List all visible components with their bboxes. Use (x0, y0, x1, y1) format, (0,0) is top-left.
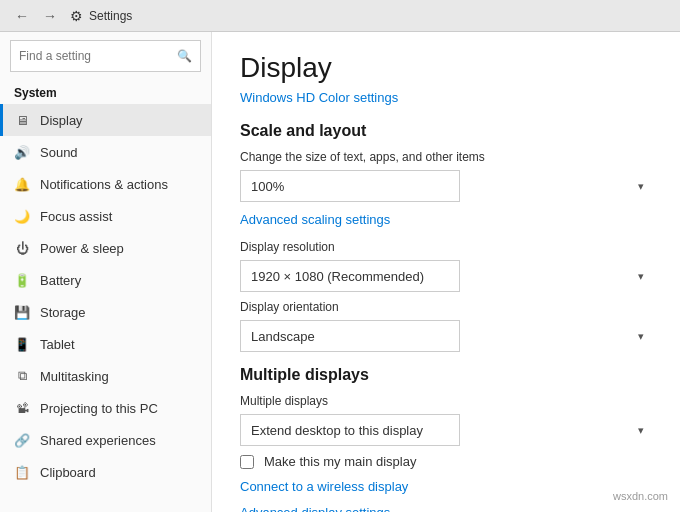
content-area: Display Windows HD Color settings Scale … (212, 32, 680, 512)
sidebar-item-sound[interactable]: 🔊 Sound (0, 136, 211, 168)
sidebar-item-storage[interactable]: 💾 Storage (0, 296, 211, 328)
resolution-dropdown-arrow-icon: ▾ (638, 270, 644, 283)
resolution-label: Display resolution (240, 240, 652, 254)
watermark: wsxdn.com (609, 488, 672, 504)
battery-icon: 🔋 (14, 272, 30, 288)
sidebar-item-display[interactable]: 🖥 Display (0, 104, 211, 136)
storage-icon: 💾 (14, 304, 30, 320)
sidebar-item-focus[interactable]: 🌙 Focus assist (0, 200, 211, 232)
scale-dropdown[interactable]: 100% 125% 150% 175% (240, 170, 460, 202)
sidebar-item-label: Notifications & actions (40, 177, 168, 192)
orientation-dropdown[interactable]: Landscape Portrait Landscape (flipped) P… (240, 320, 460, 352)
sidebar-item-projecting[interactable]: 📽 Projecting to this PC (0, 392, 211, 424)
sidebar-item-clipboard[interactable]: 📋 Clipboard (0, 456, 211, 488)
sidebar: 🔍 System 🖥 Display 🔊 Sound 🔔 Notificatio… (0, 32, 212, 512)
multiple-displays-dropdown-wrapper: Extend desktop to this display Duplicate… (240, 414, 652, 446)
make-main-display-checkbox[interactable] (240, 455, 254, 469)
shared-icon: 🔗 (14, 432, 30, 448)
sidebar-item-label: Battery (40, 273, 81, 288)
back-button[interactable]: ← (10, 4, 34, 28)
notifications-icon: 🔔 (14, 176, 30, 192)
sidebar-item-label: Storage (40, 305, 86, 320)
scale-dropdown-wrapper: 100% 125% 150% 175% ▾ (240, 170, 652, 202)
resolution-dropdown[interactable]: 1920 × 1080 (Recommended) 1280 × 720 102… (240, 260, 460, 292)
sidebar-item-tablet[interactable]: 📱 Tablet (0, 328, 211, 360)
advanced-scaling-link[interactable]: Advanced scaling settings (240, 212, 390, 227)
sidebar-item-label: Projecting to this PC (40, 401, 158, 416)
multiple-displays-section: Multiple displays (240, 366, 652, 384)
titlebar-nav[interactable]: ← → (10, 4, 62, 28)
sidebar-item-label: Display (40, 113, 83, 128)
search-input[interactable] (19, 49, 177, 63)
power-icon: ⏻ (14, 240, 30, 256)
orientation-dropdown-wrapper: Landscape Portrait Landscape (flipped) P… (240, 320, 652, 352)
multitasking-icon: ⧉ (14, 368, 30, 384)
focus-icon: 🌙 (14, 208, 30, 224)
projecting-icon: 📽 (14, 400, 30, 416)
search-icon: 🔍 (177, 49, 192, 63)
sidebar-item-label: Power & sleep (40, 241, 124, 256)
sidebar-item-shared[interactable]: 🔗 Shared experiences (0, 424, 211, 456)
settings-gear-icon: ⚙ (70, 8, 83, 24)
windows-hd-color-link[interactable]: Windows HD Color settings (240, 90, 398, 105)
titlebar: ← → ⚙ Settings (0, 0, 680, 32)
display-icon: 🖥 (14, 112, 30, 128)
titlebar-title: Settings (89, 9, 132, 23)
make-main-display-row: Make this my main display (240, 454, 652, 469)
scale-layout-section: Scale and layout (240, 122, 652, 140)
sidebar-item-power[interactable]: ⏻ Power & sleep (0, 232, 211, 264)
orientation-dropdown-arrow-icon: ▾ (638, 330, 644, 343)
sidebar-item-label: Clipboard (40, 465, 96, 480)
resolution-dropdown-wrapper: 1920 × 1080 (Recommended) 1280 × 720 102… (240, 260, 652, 292)
forward-button[interactable]: → (38, 4, 62, 28)
sidebar-item-multitasking[interactable]: ⧉ Multitasking (0, 360, 211, 392)
connect-wireless-link[interactable]: Connect to a wireless display (240, 479, 408, 494)
advanced-display-link[interactable]: Advanced display settings (240, 505, 390, 512)
page-title: Display (240, 52, 652, 84)
make-main-display-label[interactable]: Make this my main display (264, 454, 416, 469)
main-layout: 🔍 System 🖥 Display 🔊 Sound 🔔 Notificatio… (0, 32, 680, 512)
multiple-displays-arrow-icon: ▾ (638, 424, 644, 437)
system-section-header: System (0, 80, 211, 104)
clipboard-icon: 📋 (14, 464, 30, 480)
scale-dropdown-arrow-icon: ▾ (638, 180, 644, 193)
scale-label: Change the size of text, apps, and other… (240, 150, 652, 164)
multiple-displays-label: Multiple displays (240, 394, 652, 408)
orientation-label: Display orientation (240, 300, 652, 314)
sidebar-item-battery[interactable]: 🔋 Battery (0, 264, 211, 296)
multiple-displays-dropdown[interactable]: Extend desktop to this display Duplicate… (240, 414, 460, 446)
sidebar-item-label: Tablet (40, 337, 75, 352)
sidebar-item-label: Shared experiences (40, 433, 156, 448)
sidebar-item-notifications[interactable]: 🔔 Notifications & actions (0, 168, 211, 200)
tablet-icon: 📱 (14, 336, 30, 352)
sidebar-item-label: Focus assist (40, 209, 112, 224)
sidebar-item-label: Multitasking (40, 369, 109, 384)
sound-icon: 🔊 (14, 144, 30, 160)
search-box[interactable]: 🔍 (10, 40, 201, 72)
sidebar-item-label: Sound (40, 145, 78, 160)
